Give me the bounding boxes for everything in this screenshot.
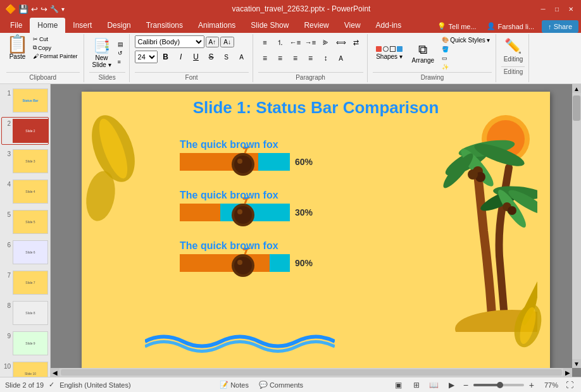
shape-effects-button[interactable]: ✨ (440, 63, 492, 71)
notes-label: Notes (230, 381, 249, 389)
arrange-button[interactable]: ⧉ Arrange (409, 40, 438, 66)
tab-transitions[interactable]: Transitions (139, 18, 191, 33)
decrease-font-button[interactable]: A↓ (220, 37, 234, 47)
section-button[interactable]: ≡ (116, 58, 125, 66)
tell-me[interactable]: 💡 Tell me... (432, 20, 482, 33)
bullets-button[interactable]: ≡ (258, 35, 272, 49)
zoom-plus-button[interactable]: + (529, 380, 534, 390)
copy-button[interactable]: ⧉ Copy (31, 44, 80, 52)
slide-thumbnail-7[interactable]: 7 Slide 7 (1, 269, 49, 297)
slide-thumbnail-2[interactable]: 2 Slide 2 (1, 117, 49, 145)
format-painter-button[interactable]: 🖌 Format Painter (31, 52, 80, 60)
reset-button[interactable]: ↺ (116, 49, 125, 57)
shapes-button[interactable]: Shapes ▾ (373, 44, 406, 62)
editing-group: ✏️ Editing Editing (497, 34, 529, 82)
tab-view[interactable]: View (337, 18, 368, 33)
maximize-button[interactable]: □ (552, 4, 562, 14)
layout-icon: ▤ (118, 41, 123, 47)
increase-font-button[interactable]: A↑ (206, 37, 220, 47)
scroll-left-button[interactable]: ◀ (51, 368, 59, 377)
slide-thumbnail-4[interactable]: 4 Slide 4 (1, 178, 49, 205)
zoom-minus-button[interactable]: − (463, 380, 468, 390)
tab-design[interactable]: Design (99, 18, 138, 33)
slide-canvas[interactable]: Slide 1: Status Bar Comparison (82, 92, 550, 370)
text-highlight-button[interactable]: A (334, 51, 348, 65)
paste-button[interactable]: 📋 Paste (6, 35, 28, 60)
redo-icon[interactable]: ↪ (41, 4, 47, 14)
reading-view-button[interactable]: 📖 (428, 379, 440, 391)
save-icon[interactable]: 💾 (18, 4, 28, 14)
strikethrough-button[interactable]: S (204, 50, 218, 64)
slide-sorter-button[interactable]: ⊞ (410, 379, 423, 391)
svg-point-2 (82, 168, 118, 223)
underline-button[interactable]: U (189, 50, 203, 64)
user-account[interactable]: 👤 Farshad li... (482, 20, 539, 33)
shape-outline-button[interactable]: ▭ (440, 54, 492, 62)
new-slide-button[interactable]: 📑 New Slide ▾ (89, 36, 115, 70)
text-direction-button[interactable]: ⟺ (334, 35, 348, 49)
slide-thumbnail-10[interactable]: 10 Slide 10 (1, 360, 49, 377)
slide-thumbnail-6[interactable]: 6 Slide 6 (1, 238, 49, 266)
slideshow-button[interactable]: ▶ (446, 379, 458, 391)
tab-slideshow[interactable]: Slide Show (243, 18, 296, 33)
lightbulb-icon: 💡 (437, 22, 446, 30)
share-button[interactable]: ↑ Share (542, 20, 578, 33)
quick-styles-button[interactable]: 🎨 Quick Styles ▾ (440, 36, 492, 44)
minimize-button[interactable]: ─ (538, 4, 548, 14)
scroll-bar-right[interactable]: ▲ ▼ (572, 84, 581, 368)
scroll-right-button[interactable]: ▶ (563, 368, 572, 377)
svg-point-33 (234, 257, 252, 274)
comments-button[interactable]: 💬 Comments (255, 380, 307, 389)
slide-thumbnail-1[interactable]: 1 Status Bar (1, 87, 49, 114)
layout-button[interactable]: ▤ (116, 40, 125, 48)
slide-panel[interactable]: 1 Status Bar 2 Slide 2 3 Slide 3 4 Slide… (0, 84, 51, 377)
fit-slide-button[interactable]: ⛶ (563, 379, 576, 391)
svg-point-16 (468, 169, 478, 180)
slide-thumbnail-8[interactable]: 8 Slide 8 (1, 299, 49, 327)
normal-view-button[interactable]: ▣ (392, 379, 405, 391)
cut-button[interactable]: ✂ Cut (31, 35, 80, 43)
scroll-up-button[interactable]: ▲ (572, 84, 581, 93)
paragraph-group: ≡ ⒈ ←≡ →≡ ⫸ ⟺ ⇄ ≡ ≡ ≡ ≡ ↕ A Paragraph (254, 34, 368, 82)
tab-home[interactable]: Home (30, 18, 65, 33)
scroll-thumb-horizontal[interactable] (61, 369, 562, 376)
customize-icon[interactable]: 🔧 (50, 5, 59, 13)
zoom-slider[interactable] (473, 384, 524, 386)
tab-animations[interactable]: Animations (191, 18, 243, 33)
slide-thumbnail-3[interactable]: 3 Slide 3 (1, 147, 49, 175)
shadow-button[interactable]: S (220, 50, 234, 64)
editing-label: Editing (504, 56, 523, 63)
zoom-handle[interactable] (497, 382, 503, 388)
close-button[interactable]: ✕ (566, 4, 576, 14)
tab-addins[interactable]: Add-ins (368, 18, 409, 33)
font-size-select[interactable]: 24 (135, 51, 158, 63)
bold-button[interactable]: B (159, 50, 173, 64)
tab-file[interactable]: File (3, 18, 30, 33)
justify-button[interactable]: ≡ (304, 51, 318, 65)
italic-button[interactable]: I (174, 50, 188, 64)
slide-thumbnail-9[interactable]: 9 Slide 9 (1, 329, 49, 357)
tab-insert[interactable]: Insert (65, 18, 99, 33)
window-title: vacation_travel_22632.pptx - PowerPoint (65, 4, 538, 13)
undo-icon[interactable]: ↩ (31, 4, 38, 14)
line-spacing-button[interactable]: ↕ (319, 51, 333, 65)
align-right-button[interactable]: ≡ (289, 51, 303, 65)
increase-indent-button[interactable]: →≡ (304, 35, 318, 49)
zoom-percent[interactable]: 77% (539, 381, 558, 389)
language-info: English (United States) (59, 381, 131, 389)
slide-thumbnail-5[interactable]: 5 Slide 5 (1, 208, 49, 236)
columns-button[interactable]: ⫸ (319, 35, 333, 49)
shape-fill-button[interactable]: 🪣 (440, 46, 492, 53)
tab-review[interactable]: Review (296, 18, 336, 33)
align-left-button[interactable]: ≡ (258, 51, 272, 65)
align-center-button[interactable]: ≡ (273, 51, 287, 65)
font-color-button[interactable]: A (235, 50, 249, 64)
scroll-thumb-vertical[interactable] (573, 95, 580, 121)
numbering-button[interactable]: ⒈ (273, 35, 287, 49)
notes-button[interactable]: 📝 Notes (216, 380, 253, 389)
scroll-bar-bottom[interactable]: ◀ ▶ (51, 368, 572, 377)
convert-button[interactable]: ⇄ (349, 35, 363, 49)
scroll-down-button[interactable]: ▼ (572, 359, 581, 368)
decrease-indent-button[interactable]: ←≡ (289, 35, 303, 49)
font-family-select[interactable]: Calibri (Body) (135, 35, 204, 48)
